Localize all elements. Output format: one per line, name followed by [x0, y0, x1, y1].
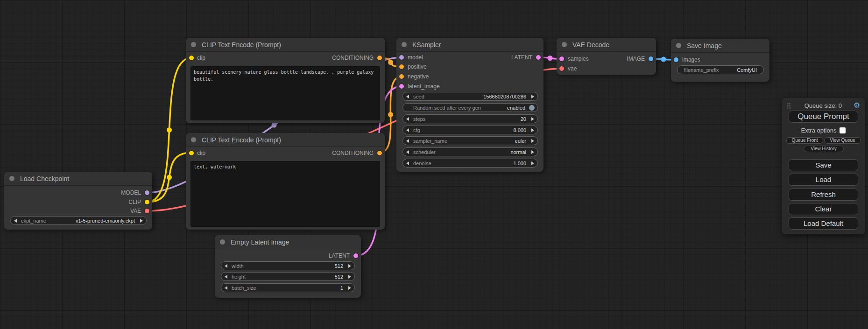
collapse-dot-icon[interactable]: [402, 42, 407, 47]
node-title-bar[interactable]: CLIP Text Encode (Prompt): [186, 133, 385, 147]
decrement-arrow-icon[interactable]: [406, 150, 409, 154]
input-slot-model[interactable]: [399, 55, 404, 60]
node-ksampler[interactable]: KSampler model positive negative latent_…: [396, 38, 543, 172]
output-slot-clip[interactable]: [145, 200, 149, 204]
clear-button[interactable]: Clear: [789, 203, 858, 215]
slot-label-conditioning: CONDITIONING: [332, 149, 374, 157]
output-slot-model[interactable]: [145, 190, 149, 195]
slot-label-latent-image: latent_image: [408, 83, 440, 90]
load-button[interactable]: Load: [789, 174, 858, 186]
slot-label-samples: samples: [568, 55, 589, 63]
decrement-arrow-icon[interactable]: [406, 128, 409, 132]
input-slot-clip[interactable]: [189, 151, 194, 155]
gear-icon[interactable]: ⚙: [854, 102, 860, 109]
input-slot-clip[interactable]: [189, 56, 194, 60]
decrement-arrow-icon[interactable]: [225, 264, 227, 268]
output-slot-latent[interactable]: [353, 253, 358, 258]
increment-arrow-icon[interactable]: [140, 219, 143, 223]
slot-label-vae: vae: [568, 65, 577, 72]
collapse-dot-icon[interactable]: [191, 137, 196, 142]
decrement-arrow-icon[interactable]: [406, 117, 409, 121]
decrement-arrow-icon[interactable]: [14, 219, 17, 223]
increment-arrow-icon[interactable]: [531, 139, 534, 143]
increment-arrow-icon[interactable]: [531, 161, 534, 165]
input-slot-vae[interactable]: [559, 66, 564, 71]
collapse-dot-icon[interactable]: [9, 176, 14, 181]
node-title-bar[interactable]: KSampler: [396, 38, 543, 52]
node-clip-text-encode-negative[interactable]: CLIP Text Encode (Prompt) clip CONDITION…: [186, 133, 385, 230]
node-title-bar[interactable]: VAE Decode: [557, 38, 656, 52]
node-load-checkpoint[interactable]: Load Checkpoint MODEL CLIP VAE ckpt_name…: [4, 172, 152, 230]
slot-label-positive: positive: [408, 63, 427, 70]
negative-prompt-textarea[interactable]: text, watermark: [191, 161, 380, 227]
positive-prompt-textarea[interactable]: beautiful scenery nature glass bottle la…: [191, 66, 380, 120]
input-slot-samples[interactable]: [559, 56, 564, 61]
filename-prefix-widget[interactable]: filename_prefix ComfyUI: [677, 65, 764, 74]
random-seed-toggle-widget[interactable]: Random seed after every gen enabled: [402, 103, 538, 112]
widget-label: denoise: [413, 160, 431, 167]
toggle-knob-icon[interactable]: [529, 105, 535, 111]
node-empty-latent-image[interactable]: Empty Latent Image LATENT width 512 heig…: [215, 235, 361, 298]
collapse-dot-icon[interactable]: [220, 239, 225, 245]
increment-arrow-icon[interactable]: [531, 150, 534, 154]
node-clip-text-encode-positive[interactable]: CLIP Text Encode (Prompt) clip CONDITION…: [186, 38, 385, 123]
queue-prompt-button[interactable]: Queue Prompt: [789, 111, 858, 123]
link-midpoint-dot: [548, 56, 553, 61]
input-slot-positive[interactable]: [399, 64, 404, 69]
height-widget[interactable]: height 512: [221, 272, 355, 281]
collapse-dot-icon[interactable]: [191, 42, 196, 47]
node-title: VAE Decode: [572, 41, 609, 49]
node-title-bar[interactable]: Load Checkpoint: [4, 172, 152, 186]
collapse-dot-icon[interactable]: [562, 42, 567, 47]
refresh-button[interactable]: Refresh: [789, 189, 858, 201]
input-slot-negative[interactable]: [399, 74, 404, 79]
increment-arrow-icon[interactable]: [348, 275, 351, 279]
node-title-bar[interactable]: CLIP Text Encode (Prompt): [186, 38, 385, 52]
batch-size-widget[interactable]: batch_size 1: [221, 283, 355, 292]
collapse-dot-icon[interactable]: [676, 43, 681, 48]
node-save-image[interactable]: Save Image images filename_prefix ComfyU…: [671, 39, 769, 82]
ckpt-name-widget[interactable]: ckpt_name v1-5-pruned-emaonly.ckpt: [10, 216, 147, 225]
denoise-widget[interactable]: denoise 1.000: [402, 159, 538, 168]
output-slot-conditioning[interactable]: [377, 56, 382, 60]
increment-arrow-icon[interactable]: [531, 117, 534, 121]
slot-label-clip: clip: [197, 54, 205, 62]
slot-label-image: IMAGE: [627, 55, 645, 63]
output-slot-latent[interactable]: [536, 55, 541, 60]
extra-options-checkbox[interactable]: [840, 127, 846, 133]
increment-arrow-icon[interactable]: [348, 264, 351, 268]
increment-arrow-icon[interactable]: [348, 286, 351, 290]
increment-arrow-icon[interactable]: [531, 95, 534, 98]
slot-label-clip: CLIP: [128, 198, 141, 206]
width-widget[interactable]: width 512: [221, 261, 355, 270]
output-slot-image[interactable]: [649, 56, 653, 61]
view-queue-button[interactable]: View Queue: [824, 137, 861, 144]
widget-label: ckpt_name: [21, 217, 46, 224]
save-button[interactable]: Save: [789, 159, 858, 171]
increment-arrow-icon[interactable]: [531, 128, 534, 132]
output-slot-vae[interactable]: [145, 209, 149, 213]
cfg-widget[interactable]: cfg 8.000: [402, 126, 538, 134]
node-title-bar[interactable]: Save Image: [671, 39, 769, 53]
decrement-arrow-icon[interactable]: [406, 139, 409, 143]
slot-label-latent: LATENT: [511, 54, 532, 61]
input-slot-latent-image[interactable]: [399, 84, 404, 89]
node-vae-decode[interactable]: VAE Decode samples vae IMAGE: [557, 38, 656, 75]
sampler-name-widget[interactable]: sampler_name euler: [402, 136, 538, 145]
drag-handle-icon[interactable]: [787, 103, 791, 109]
decrement-arrow-icon[interactable]: [225, 286, 227, 290]
queue-front-button[interactable]: Queue Front: [786, 137, 823, 144]
decrement-arrow-icon[interactable]: [406, 161, 409, 165]
input-slot-images[interactable]: [674, 57, 678, 62]
decrement-arrow-icon[interactable]: [406, 95, 409, 98]
scheduler-widget[interactable]: scheduler normal: [402, 147, 538, 156]
node-title-bar[interactable]: Empty Latent Image: [215, 235, 361, 249]
decrement-arrow-icon[interactable]: [225, 275, 227, 279]
node-title: CLIP Text Encode (Prompt): [202, 136, 281, 144]
view-history-button[interactable]: View History: [804, 146, 844, 152]
output-slot-conditioning[interactable]: [377, 151, 382, 155]
load-default-button[interactable]: Load Default: [789, 217, 858, 230]
steps-widget[interactable]: steps 20: [402, 114, 538, 123]
seed-widget[interactable]: seed 156680208700286: [402, 92, 538, 101]
widget-value: 1: [340, 285, 343, 291]
